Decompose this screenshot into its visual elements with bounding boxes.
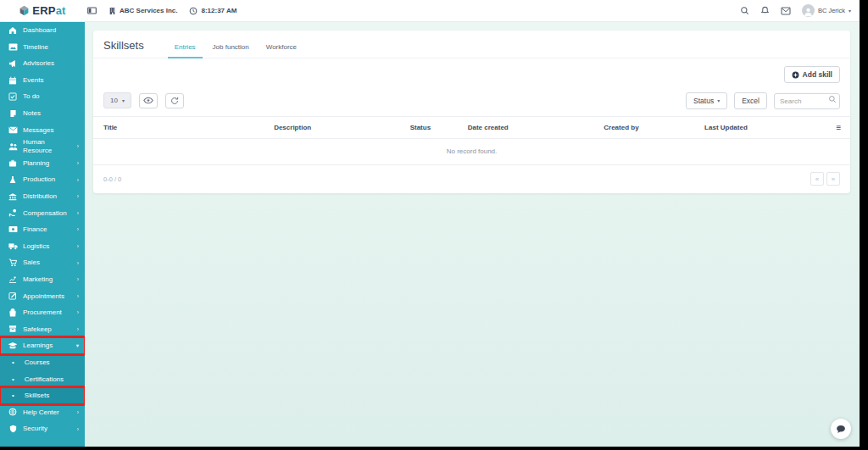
page-size-value: 10 (110, 97, 118, 104)
table-toolbar: 10 ▾ Status ▾ (93, 86, 850, 116)
bullet-icon: • (12, 375, 19, 383)
logistics-icon (8, 242, 18, 250)
sidebar-item-events[interactable]: Events (0, 72, 85, 89)
sidebar-item-timeline[interactable]: Timeline (0, 39, 85, 56)
sidebar-item-dashboard[interactable]: Dashboard (0, 22, 85, 39)
distribution-icon (8, 192, 18, 201)
sidebar-item-production[interactable]: Production› (0, 171, 85, 188)
chevron-right-icon: › (77, 409, 79, 415)
search-icon[interactable] (740, 6, 749, 15)
safekeep-icon (8, 325, 18, 333)
page-size-select[interactable]: 10 ▾ (103, 92, 131, 108)
sidebar-item-distribution[interactable]: Distribution› (0, 188, 85, 205)
learnings-icon (8, 342, 18, 350)
column-header-title: Title (93, 117, 264, 139)
add-skill-label: Add skill (803, 70, 832, 79)
pagination-next-button[interactable]: » (826, 172, 840, 186)
planning-icon (8, 159, 18, 168)
chevron-right-icon: › (77, 160, 79, 166)
pagination-prev-button[interactable]: « (810, 172, 824, 186)
chevron-down-icon: ▾ (717, 97, 720, 103)
logo-text: ERPat (32, 4, 65, 17)
sidebar-item-label: Procurement (18, 308, 62, 317)
sidebar-item-finance[interactable]: Finance› (0, 221, 85, 238)
chevron-right-icon: › (77, 143, 79, 149)
sidebar-item-label: Finance (18, 225, 47, 234)
main-content: Skillsets EntriesJob functionWorkforce A… (85, 22, 860, 447)
sidebar-item-label: Events (18, 76, 43, 85)
sidebar-item-label: Help Center (18, 408, 59, 417)
marketing-icon (8, 275, 18, 284)
user-menu[interactable]: BC Jerick ▾ (802, 4, 851, 17)
sidebar-item-appointments[interactable]: Appointments› (0, 288, 85, 305)
tab-workforce[interactable]: Workforce (258, 40, 305, 58)
sidebar-toggle[interactable] (87, 6, 97, 15)
sidebar-item-label: Certifications (19, 375, 64, 384)
column-header-last-updated: Last Updated (694, 117, 826, 139)
tab-job-function[interactable]: Job function (204, 40, 258, 58)
logo-text-accent: at (56, 4, 66, 17)
sidebar-nav: DashboardTimelineAdvisoriesEventsTo doNo… (0, 22, 85, 447)
tab-entries[interactable]: Entries (166, 40, 204, 58)
eye-icon (143, 97, 153, 104)
sidebar-item-notes[interactable]: Notes (0, 105, 85, 122)
notes-icon (8, 109, 18, 118)
sidebar-item-logistics[interactable]: Logistics› (0, 238, 85, 255)
toggle-columns-button[interactable] (139, 93, 158, 108)
chevron-right-icon: › (77, 177, 79, 183)
sidebar-item-marketing[interactable]: Marketing› (0, 271, 85, 288)
sidebar-item-learnings[interactable]: Learnings▾ (0, 337, 85, 354)
user-name: BC Jerick (818, 7, 845, 14)
chevron-down-icon: ▾ (849, 8, 851, 14)
sidebar-item-help-center[interactable]: Help Center› (0, 404, 85, 421)
refresh-button[interactable] (165, 93, 184, 108)
company-selector[interactable]: ABC Services Inc. (108, 7, 177, 15)
panel-toggle-icon (87, 6, 97, 15)
sidebar-item-label: Logistics (18, 242, 49, 251)
sidebar-item-label: Human Resource (18, 138, 70, 154)
notifications-bell-icon[interactable] (760, 6, 770, 15)
chevron-right-icon: › (77, 226, 79, 232)
sidebar-item-sales[interactable]: Sales› (0, 254, 85, 271)
sidebar-item-certifications[interactable]: •Certifications (0, 370, 85, 387)
card-header: Skillsets EntriesJob functionWorkforce (93, 31, 850, 58)
sidebar-item-to-do[interactable]: To do (0, 88, 85, 105)
status-filter-button[interactable]: Status ▾ (686, 92, 727, 109)
table-menu-icon[interactable]: ≡ (826, 117, 850, 139)
sidebar-item-advisories[interactable]: Advisories (0, 55, 85, 72)
sidebar-item-procurement[interactable]: Procurement› (0, 304, 85, 321)
sidebar-item-security[interactable]: Security› (0, 420, 85, 437)
production-icon (8, 175, 18, 184)
sidebar-item-skillsets[interactable]: •Skillsets (0, 387, 85, 404)
sidebar-item-courses[interactable]: •Courses (0, 354, 85, 371)
bullet-icon: • (12, 392, 19, 399)
excel-label: Excel (742, 97, 760, 105)
top-navbar: ERPat ABC Services Inc. 8:12:37 AM (0, 0, 860, 22)
building-icon (108, 7, 116, 15)
sidebar-item-label: Sales (18, 258, 40, 267)
add-skill-button[interactable]: Add skill (784, 66, 840, 83)
chevron-right-icon: › (77, 426, 79, 432)
user-avatar (802, 4, 815, 17)
messages-icon (8, 126, 18, 134)
search-icon (828, 95, 837, 103)
sidebar-item-compensation[interactable]: Compensation› (0, 205, 85, 222)
sidebar-item-planning[interactable]: Planning› (0, 155, 85, 172)
excel-export-button[interactable]: Excel (734, 92, 767, 109)
tab-bar: EntriesJob functionWorkforce (166, 40, 305, 58)
app-logo[interactable]: ERPat (0, 0, 85, 21)
chat-fab-button[interactable] (831, 419, 851, 439)
dashboard-icon (8, 26, 18, 35)
sidebar-item-label: Advisories (18, 59, 54, 68)
sidebar-item-safekeep[interactable]: Safekeep› (0, 321, 85, 338)
pagination-info: 0-0 / 0 (103, 175, 121, 183)
sidebar-item-messages[interactable]: Messages (0, 122, 85, 139)
chevron-right-icon: › (77, 309, 79, 315)
appointments-icon (8, 292, 18, 300)
messages-mail-icon[interactable] (781, 7, 791, 15)
sales-icon (8, 258, 18, 267)
sidebar-item-human-resource[interactable]: Human Resource› (0, 138, 85, 155)
company-name: ABC Services Inc. (120, 7, 177, 14)
compensation-icon (8, 208, 18, 217)
search-field-wrap (774, 92, 840, 109)
